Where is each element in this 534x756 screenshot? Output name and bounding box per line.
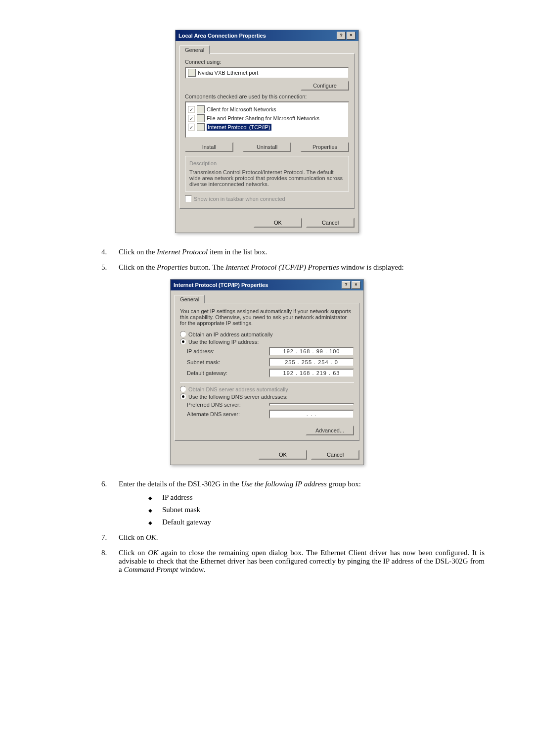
- radio-auto-ip-label: Obtain an IP address automatically: [188, 331, 272, 337]
- components-label: Components checked are used by this conn…: [185, 94, 349, 99]
- radio-auto-dns-label: Obtain DNS server address automatically: [188, 386, 288, 392]
- advanced-button[interactable]: Advanced...: [306, 425, 354, 435]
- component-icon: [197, 123, 205, 131]
- uninstall-button[interactable]: Uninstall: [243, 142, 291, 152]
- titlebar: Internet Protocol (TCP/IP) Properties ? …: [171, 280, 363, 290]
- ip-address-label: IP address:: [187, 348, 214, 354]
- checkbox-icon[interactable]: [185, 195, 192, 202]
- cancel-button[interactable]: Cancel: [311, 450, 359, 460]
- description-heading: Description: [189, 160, 345, 166]
- window-title: Internet Protocol (TCP/IP) Properties: [174, 282, 268, 288]
- help-icon[interactable]: ?: [342, 281, 351, 289]
- radio-manual-dns-label: Use the following DNS server addresses:: [188, 394, 288, 400]
- component-icon: [197, 105, 205, 113]
- cancel-button[interactable]: Cancel: [306, 218, 355, 228]
- component-icon: [197, 114, 205, 122]
- component-label: File and Printer Sharing for Microsoft N…: [207, 115, 319, 121]
- step-7: Click on OK.: [109, 533, 485, 542]
- adapter-icon: [188, 69, 196, 77]
- list-item[interactable]: ✓ Internet Protocol (TCP/IP): [188, 123, 346, 131]
- checkbox-icon[interactable]: ✓: [188, 106, 195, 113]
- radio-manual-ip-label: Use the following IP address:: [188, 339, 259, 345]
- show-icon-label: Show icon in taskbar when connected: [194, 196, 285, 202]
- preferred-dns-field[interactable]: [269, 403, 354, 406]
- list-item[interactable]: ✓ File and Printer Sharing for Microsoft…: [188, 114, 346, 122]
- tab-general[interactable]: General: [175, 295, 205, 303]
- description-text: Transmission Control Protocol/Internet P…: [189, 169, 345, 187]
- radio-auto-ip[interactable]: [180, 331, 186, 337]
- step-5: Click on the Properties button. The Inte…: [109, 263, 485, 272]
- help-icon[interactable]: ?: [337, 32, 346, 40]
- tcpip-properties-dialog: Internet Protocol (TCP/IP) Properties ? …: [170, 279, 364, 465]
- intro-text: You can get IP settings assigned automat…: [180, 308, 354, 326]
- properties-button[interactable]: Properties: [301, 142, 349, 152]
- close-icon[interactable]: ×: [347, 32, 356, 40]
- list-item[interactable]: ✓ Client for Microsoft Networks: [188, 105, 346, 113]
- bullet-subnet: Subnet mask: [148, 506, 485, 514]
- default-gateway-field[interactable]: 192 . 168 . 219 . 63: [269, 369, 354, 378]
- alternate-dns-field[interactable]: . . .: [269, 410, 354, 419]
- local-area-connection-dialog: Local Area Connection Properties ? × Gen…: [175, 30, 359, 233]
- step-4: Click on the Internet Protocol item in t…: [109, 248, 485, 256]
- close-icon[interactable]: ×: [352, 281, 360, 289]
- radio-manual-dns[interactable]: [180, 393, 186, 400]
- default-gateway-label: Default gateway:: [187, 370, 227, 376]
- checkbox-icon[interactable]: ✓: [188, 115, 195, 122]
- connect-using-label: Connect using:: [185, 59, 349, 65]
- component-label: Client for Microsoft Networks: [207, 106, 276, 112]
- adapter-name: Nvidia VXB Ethernet port: [198, 70, 258, 76]
- window-title: Local Area Connection Properties: [178, 33, 266, 39]
- titlebar: Local Area Connection Properties ? ×: [176, 30, 358, 41]
- subnet-mask-field[interactable]: 255 . 255 . 254 . 0: [269, 358, 354, 367]
- component-label-selected: Internet Protocol (TCP/IP): [207, 124, 271, 131]
- tab-general[interactable]: General: [179, 46, 210, 54]
- radio-manual-ip[interactable]: [180, 338, 186, 345]
- ok-button[interactable]: OK: [254, 218, 302, 228]
- configure-button[interactable]: Configure: [301, 81, 349, 91]
- bullet-gateway: Default gateway: [148, 518, 485, 526]
- bullet-ip: IP address: [148, 493, 485, 502]
- preferred-dns-label: Preferred DNS server:: [187, 402, 241, 408]
- checkbox-icon[interactable]: ✓: [188, 124, 195, 131]
- radio-auto-dns: [180, 386, 186, 392]
- ip-address-field[interactable]: 192 . 168 . 99 . 100: [269, 347, 354, 356]
- alternate-dns-label: Alternate DNS server:: [187, 411, 240, 417]
- step-6: Enter the details of the DSL-302G in the…: [109, 480, 485, 526]
- step-8: Click on OK again to close the remaining…: [109, 549, 485, 574]
- ok-button[interactable]: OK: [259, 450, 307, 460]
- install-button[interactable]: Install: [185, 142, 233, 152]
- subnet-mask-label: Subnet mask:: [187, 359, 220, 365]
